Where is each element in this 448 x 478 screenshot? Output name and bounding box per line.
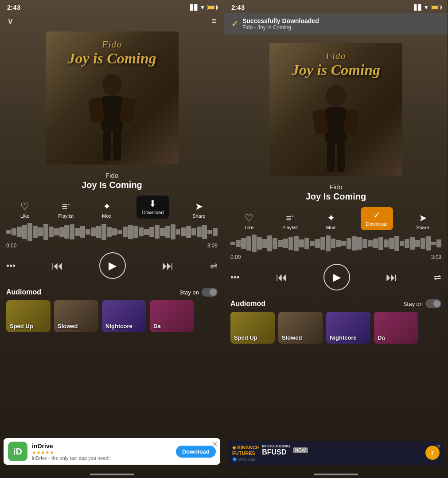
next-button-right[interactable]: ⏭ — [386, 270, 397, 284]
more-button-left[interactable]: ••• — [6, 261, 16, 271]
preset-sped-up-left[interactable]: Sped Up — [6, 300, 51, 332]
waveform-right[interactable] — [224, 235, 448, 252]
binance-close-button[interactable]: ✕ — [436, 443, 441, 450]
battery-icon-right — [431, 5, 440, 10]
download-button-right[interactable]: ✓ Download — [361, 207, 393, 230]
preset-label-da-right: Da — [378, 334, 385, 341]
svg-point-0 — [102, 74, 122, 96]
time-end-left: 3:09 — [207, 243, 218, 249]
wifi-icon-right: ▼ — [424, 4, 429, 11]
song-info-right: Fido Joy Is Coming — [306, 183, 366, 202]
back-button-left[interactable]: ∨ — [7, 16, 14, 26]
top-controls-right — [224, 35, 448, 40]
status-bar-left: 2:43 ▋▊ ▼ — [0, 0, 224, 13]
like-button-right[interactable]: ♡ Like — [238, 213, 260, 230]
home-indicator-left — [90, 474, 134, 475]
playlist-icon-left: ≡+ — [62, 202, 70, 212]
signal-icon-left: ▋▊ — [190, 4, 198, 11]
album-art-right: Fido Joy is Coming — [269, 43, 402, 176]
preset-sped-up-right[interactable]: Sped Up — [230, 312, 275, 344]
mod-button-left[interactable]: ✦ Mod — [96, 202, 118, 219]
ad-close-button-left[interactable]: ✕ — [212, 440, 218, 448]
menu-button-left[interactable]: ≡ — [211, 16, 217, 26]
stay-on-toggle-right[interactable] — [425, 299, 441, 308]
download-button-left[interactable]: ⬇ Download — [136, 196, 169, 219]
download-label-right: Download — [366, 221, 388, 227]
notif-text: Successfully Downloaded Fido - Joy Is Co… — [242, 17, 319, 31]
action-buttons-right: ♡ Like ≡+ Playlist ✦ Mod ✓ Download ➤ Sh… — [224, 204, 448, 233]
player-controls-right: ••• ⏮ ▶ ⏭ ⇌ — [224, 264, 448, 290]
audiomod-label-left: Audiomod — [6, 288, 41, 296]
stay-on-label-right: Stay on — [403, 301, 423, 307]
svg-rect-5 — [113, 130, 121, 161]
stay-on-toggle-left[interactable] — [202, 288, 218, 297]
prev-button-left[interactable]: ⏮ — [52, 259, 63, 273]
waveform-left[interactable] — [0, 223, 224, 241]
preset-slowed-left[interactable]: Slowed — [54, 300, 98, 332]
next-button-left[interactable]: ⏭ — [162, 259, 174, 273]
heart-icon-right: ♡ — [245, 213, 253, 223]
right-screen: 2:43 ▋▊ ▼ ✓ Successfully Downloaded Fido… — [224, 0, 448, 478]
audiomod-section-left: Audiomod Stay on — [0, 284, 224, 298]
svg-rect-4 — [103, 130, 111, 161]
svg-rect-10 — [327, 141, 335, 172]
album-artist-right: Fido — [326, 50, 346, 62]
like-label-left: Like — [20, 213, 29, 219]
like-button-left[interactable]: ♡ Like — [14, 202, 36, 219]
notif-subtitle: Fido - Joy Is Coming — [242, 24, 319, 31]
prev-button-right[interactable]: ⏮ — [276, 270, 288, 284]
preset-slowed-right[interactable]: Slowed — [278, 312, 323, 344]
download-icon-left: ⬇ — [149, 199, 156, 208]
svg-rect-11 — [337, 141, 345, 172]
share-label-left: Share — [192, 213, 205, 219]
play-button-right[interactable]: ▶ — [323, 264, 350, 290]
preset-nightcore-right[interactable]: Nightcore — [326, 312, 370, 344]
album-art-left: Fido Joy is Coming — [46, 31, 179, 165]
binance-bfusd: BFUSD — [262, 448, 286, 456]
notif-title: Successfully Downloaded — [242, 17, 319, 24]
shuffle-button-right[interactable]: ⇌ — [434, 272, 441, 282]
top-controls-left: ∨ ≡ — [0, 13, 224, 29]
svg-rect-1 — [101, 96, 123, 131]
share-button-left[interactable]: ➤ Share — [188, 202, 210, 219]
playlist-label-right: Playlist — [282, 225, 298, 230]
binance-ad: ◆ BINANCEFUTURES INTRODUCING BFUSD NOW 🔷… — [228, 441, 444, 465]
mod-label-left: Mod — [102, 213, 111, 219]
preset-da-right[interactable]: Da — [374, 312, 418, 344]
mod-icon-right: ✦ — [327, 213, 335, 223]
time-row-right: 0:00 3:09 — [224, 254, 448, 260]
share-icon-left: ➤ — [195, 202, 203, 212]
binance-introducing: INTRODUCING — [262, 444, 290, 448]
share-button-right[interactable]: ➤ Share — [412, 213, 434, 230]
artist-figure-left — [77, 67, 148, 165]
shuffle-button-left[interactable]: ⇌ — [210, 260, 218, 271]
player-controls-left: ••• ⏮ ▶ ⏭ ⇌ — [0, 252, 224, 279]
ad-download-button-left[interactable]: Download — [176, 446, 216, 458]
playlist-button-left[interactable]: ≡+ Playlist — [55, 202, 77, 219]
preset-row-left: Sped Up Slowed Nightcore Da — [0, 298, 224, 332]
audiomod-label-right: Audiomod — [230, 300, 265, 308]
binance-now-badge: NOW — [293, 447, 308, 453]
mod-button-right[interactable]: ✦ Mod — [320, 213, 342, 230]
download-icon-right: ✓ — [373, 211, 381, 219]
preset-da-left[interactable]: Da — [150, 300, 194, 332]
share-label-right: Share — [416, 225, 429, 230]
mod-icon-left: ✦ — [103, 202, 111, 212]
like-label-right: Like — [245, 225, 253, 230]
action-buttons-left: ♡ Like ≡+ Playlist ✦ Mod ⬇ Download ➤ Sh… — [0, 193, 224, 221]
left-screen: 2:43 ▋▊ ▼ ∨ ≡ Fido Joy is Coming — [0, 0, 224, 478]
playlist-button-right[interactable]: ≡+ Playlist — [279, 213, 301, 230]
song-title-right: Joy Is Coming — [306, 192, 366, 202]
play-button-left[interactable]: ▶ — [99, 252, 126, 279]
battery-icon-left — [207, 5, 217, 10]
ad-desc-left: inDrive - the only taxi app you need! — [32, 455, 171, 461]
status-bar-right: 2:43 ▋▊ ▼ — [224, 0, 448, 13]
preset-nightcore-left[interactable]: Nightcore — [102, 300, 146, 332]
share-icon-right: ➤ — [419, 213, 427, 223]
preset-label-sped-up-right: Sped Up — [234, 334, 257, 341]
ad-banner-left: iD inDrive ★★★★★ inDrive - the only taxi… — [4, 438, 220, 465]
ad-title-left: inDrive — [32, 443, 171, 450]
preset-label-slowed-right: Slowed — [282, 334, 302, 341]
notification-bar: ✓ Successfully Downloaded Fido - Joy Is … — [224, 13, 448, 35]
more-button-right[interactable]: ••• — [230, 272, 240, 282]
